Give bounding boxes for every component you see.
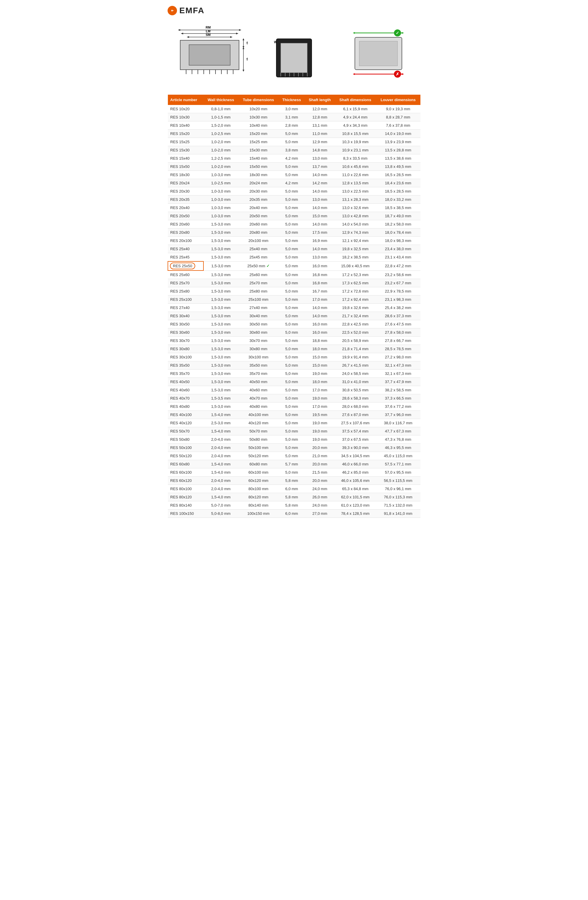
logo: EMFA [168, 6, 205, 15]
table-row: RES 20x801,5-3,0 mm20x80 mm5,0 mm17,5 mm… [168, 228, 420, 237]
table-row: RES 60x1202,0-4,0 mm60x120 mm5,8 mm20,0 … [168, 476, 420, 485]
svg-marker-31 [242, 70, 244, 72]
table-row: RES 25x401,5-3,0 mm25x40 mm5,0 mm14,0 mm… [168, 245, 420, 253]
col-thickness: Thickness [278, 95, 304, 105]
table-row: RES 30x601,5-3,0 mm30x60 mm5,0 mm16,0 mm… [168, 328, 420, 337]
data-table: Article number Wall thickness Tube dimen… [168, 95, 420, 518]
table-row: RES 15x201,0-2,5 mm15x20 mm5,0 mm11,0 mm… [168, 130, 420, 138]
col-shaft-dimensions: Shaft dimensions [335, 95, 376, 105]
table-row: RES 30x501,5-3,0 mm30x50 mm5,0 mm16,0 mm… [168, 320, 420, 328]
table-row: RES 20x401,0-3,0 mm20x40 mm5,0 mm14,0 mm… [168, 204, 420, 212]
table-row: RES 20x1001,5-3,0 mm20x100 mm5,0 mm16,9 … [168, 237, 420, 245]
table-row: RES 40x801,5-3,0 mm40x80 mm5,0 mm17,0 mm… [168, 402, 420, 411]
diagram-cross-section: RM LM SM [168, 24, 252, 83]
table-row: RES 30x701,5-3,0 mm30x70 mm5,0 mm18,8 mm… [168, 337, 420, 345]
table-row: RES 30x801,5-3,0 mm30x80 mm5,0 mm18,0 mm… [168, 345, 420, 353]
svg-marker-54 [402, 73, 404, 75]
svg-marker-3 [178, 29, 180, 31]
table-row: RES 15x501,0-2,0 mm15x50 mm5,0 mm13,7 mm… [168, 163, 420, 171]
svg-text:SM: SM [206, 33, 211, 36]
table-row: RES 40x701,5-3,5 mm40x70 mm5,0 mm19,0 mm… [168, 394, 420, 402]
svg-text:SK: SK [247, 41, 248, 45]
svg-marker-7 [181, 33, 183, 34]
table-row: RES 15x251,0-2,0 mm15x25 mm5,0 mm12,9 mm… [168, 138, 420, 146]
table-row: RES 20x601,5-3,0 mm20x60 mm5,0 mm14,0 mm… [168, 220, 420, 228]
svg-text:✓: ✓ [396, 31, 399, 35]
svg-rect-51 [359, 41, 397, 66]
table-row: RES 40x601,5-3,0 mm40x60 mm5,0 mm17,0 mm… [168, 386, 420, 394]
logo-text: EMFA [179, 6, 205, 15]
diagram-correct-incorrect: ✓ ✗ [336, 24, 420, 83]
col-tube-dimensions: Tube dimensions [239, 95, 279, 105]
svg-marker-30 [242, 47, 244, 49]
table-row: RES 20x351,0-3,0 mm20x35 mm5,0 mm13,0 mm… [168, 196, 420, 204]
svg-text:RM: RM [206, 26, 211, 29]
table-row: RES 35x701,5-3,0 mm35x70 mm5,0 mm19,0 mm… [168, 369, 420, 378]
svg-marker-53 [353, 73, 355, 75]
logo-icon [168, 6, 177, 15]
table-row: RES 15x301,0-2,0 mm15x30 mm3,8 mm14,8 mm… [168, 146, 420, 154]
diagrams-section: RM LM SM [168, 21, 420, 86]
table-row: RES 10x301,0-1,5 mm10x30 mm3,1 mm12,8 mm… [168, 113, 420, 121]
table-row: RES 50x701,5-4,0 mm50x70 mm5,0 mm19,0 mm… [168, 427, 420, 436]
table-row: RES 27x401,5-3,0 mm27x40 mm5,0 mm14,0 mm… [168, 304, 420, 312]
table-row: RES 25x801,5-3,0 mm25x80 mm5,0 mm16,7 mm… [168, 287, 420, 295]
table-row: RES 60x801,5-4,0 mm60x80 mm5,7 mm20,0 mm… [168, 460, 420, 469]
svg-marker-4 [239, 29, 241, 31]
col-article-number: Article number [168, 95, 203, 105]
table-row: RES 80x1002,0-4,0 mm80x100 mm6,0 mm24,0 … [168, 485, 420, 493]
table-row: RES 40x1202,5-3,0 mm40x120 mm5,0 mm19,0 … [168, 419, 420, 427]
table-row: RES 50x1002,0-4,0 mm50x100 mm5,0 mm20,0 … [168, 444, 420, 452]
svg-marker-12 [230, 36, 233, 38]
table-row: RES 25x501,5-3,0 mm25x50 mm ✓5,0 mm16,0 … [168, 261, 420, 270]
table-row: RES 25x1001,5-3,0 mm25x100 mm5,0 mm17,0 … [168, 295, 420, 304]
svg-rect-37 [281, 43, 307, 73]
table-row: RES 100x1505,0-8,0 mm100x150 mm6,0 mm27,… [168, 509, 420, 518]
table-row: RES 80x1201,5-4,0 mm80x120 mm5,8 mm26,0 … [168, 493, 420, 501]
table-row: RES 15x401,2-2,5 mm15x40 mm4,2 mm13,0 mm… [168, 154, 420, 163]
col-louver-dimensions: Louver dimensions [376, 95, 420, 105]
svg-rect-15 [189, 45, 230, 65]
table-row: RES 30x401,5-3,0 mm30x40 mm5,0 mm14,0 mm… [168, 312, 420, 320]
svg-marker-47 [402, 32, 404, 34]
table-row: RES 50x1202,0-4,0 mm50x120 mm5,0 mm21,0 … [168, 452, 420, 460]
svg-marker-46 [353, 32, 355, 34]
table-row: RES 25x701,5-3,0 mm25x70 mm5,0 mm16,8 mm… [168, 279, 420, 287]
table-row: RES 20x241,0-2,5 mm20x24 mm4,2 mm14,2 mm… [168, 179, 420, 187]
table-row: RES 40x501,5-3,0 mm40x50 mm5,0 mm18,0 mm… [168, 378, 420, 386]
table-row: RES 30x1001,5-3,0 mm30x100 mm5,0 mm15,0 … [168, 353, 420, 362]
svg-marker-26 [242, 38, 244, 40]
svg-marker-8 [236, 33, 239, 34]
table-row: RES 50x802,0-4,0 mm50x80 mm5,0 mm19,0 mm… [168, 436, 420, 444]
table-row: RES 18x301,0-3,0 mm18x30 mm5,0 mm14,0 mm… [168, 171, 420, 179]
table-row: RES 10x401,5-2,0 mm10x40 mm2,8 mm13,1 mm… [168, 121, 420, 130]
svg-text:✗: ✗ [396, 72, 399, 76]
table-row: RES 25x601,5-3,0 mm25x60 mm5,0 mm16,8 mm… [168, 270, 420, 279]
header: EMFA [168, 6, 420, 15]
table-row: RES 35x501,5-3,0 mm35x50 mm5,0 mm15,0 mm… [168, 362, 420, 369]
table-row: RES 40x1001,5-4,0 mm40x100 mm5,0 mm19,5 … [168, 411, 420, 419]
diagram-ws: WS [252, 24, 336, 83]
table-row: RES 25x451,5-3,0 mm25x45 mm5,0 mm13,0 mm… [168, 253, 420, 262]
svg-marker-11 [187, 36, 189, 38]
highlighted-article: RES 25x50 [170, 262, 195, 269]
table-row: RES 10x200,8-1,0 mm10x20 mm3,0 mm12,0 mm… [168, 105, 420, 113]
table-row: RES 80x1405,0-7,0 mm80x140 mm5,8 mm24,0 … [168, 501, 420, 509]
col-wall-thickness: Wall thickness [203, 95, 239, 105]
table-row: RES 20x501,0-3,0 mm20x50 mm5,0 mm15,0 mm… [168, 212, 420, 220]
svg-text:SE: SE [247, 57, 248, 61]
table-row: RES 20x301,0-3,0 mm20x30 mm5,0 mm14,0 mm… [168, 187, 420, 196]
table-row: RES 60x1001,5-4,0 mm60x100 mm5,0 mm21,5 … [168, 469, 420, 476]
table-header-row: Article number Wall thickness Tube dimen… [168, 95, 420, 105]
svg-text:LM: LM [206, 29, 211, 33]
col-shaft-length: Shaft length [305, 95, 335, 105]
check-icon: ✓ [265, 264, 270, 268]
